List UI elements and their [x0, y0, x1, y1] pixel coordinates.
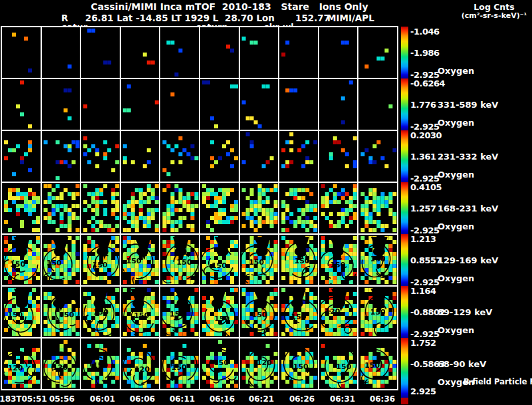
colorbar-row-2	[401, 130, 408, 182]
colorbar-tail-stub	[401, 398, 408, 404]
colorbar-row-3	[401, 182, 408, 234]
cbar6-tick-top: 1.752	[410, 338, 436, 348]
time-tick-7: 06:26	[289, 394, 315, 404]
time-tick-8: 06:31	[330, 394, 355, 404]
colorbar-row-4	[401, 234, 408, 286]
page-title: Cassini/MIMI Inca mTOF 2010-183 Stare Io…	[60, 1, 399, 12]
cbar0-tick-mid: -1.986	[410, 48, 440, 58]
colorbar-row-5	[401, 286, 408, 338]
row0-species: Oxygen	[438, 65, 498, 76]
colorbar-row-0	[401, 27, 408, 78]
colorbar-units-title: Log Cnts	[459, 2, 529, 12]
mimi-inca-display: Cassini/MIMI Inca mTOF 2010-183 Stare Io…	[0, 0, 532, 405]
time-tick-1: 05:56	[49, 394, 74, 404]
ephemeris-value: 152.77	[295, 13, 330, 23]
row4-species: Oxygen	[438, 273, 492, 284]
cbar6-tick-bot: 2.925	[410, 386, 436, 396]
time-tick-4: 06:11	[170, 394, 195, 404]
time-tick-9: 06:36	[370, 394, 395, 404]
time-tick-2: 06:01	[90, 394, 115, 404]
time-tick-6: 06:21	[249, 394, 274, 404]
colorbar-row-6	[401, 338, 408, 398]
bfield-particle-flow-label: B-field Particle Flow	[464, 377, 532, 386]
colorbar-row-1	[401, 78, 408, 130]
row1-species: Oxygen	[438, 117, 498, 128]
panel-grid-canvas	[1, 26, 398, 390]
cbar4-tick-top: 1.213	[410, 234, 436, 244]
row3-species: Oxygen	[438, 221, 498, 232]
cbar3-tick-mid: 1.257	[410, 203, 436, 213]
row2-species: Oxygen	[438, 169, 498, 180]
time-tick-0: 183T05:51	[0, 394, 47, 404]
time-tick-5: 06:16	[209, 394, 235, 404]
colorbar-units-formula: (cm²-sr-s-keV)⁻¹	[458, 11, 531, 20]
cbar5-tick-top: 1.164	[410, 286, 436, 296]
row5-species: Oxygen	[438, 325, 486, 336]
instrument-label: MIMI/APL	[327, 13, 374, 23]
cbar2-tick-mid: 1.361	[410, 152, 436, 162]
time-tick-3: 06:06	[130, 394, 155, 404]
cbar0-tick-top: -1.046	[410, 27, 440, 37]
cbar1-tick-mid: 1.776	[410, 100, 436, 110]
